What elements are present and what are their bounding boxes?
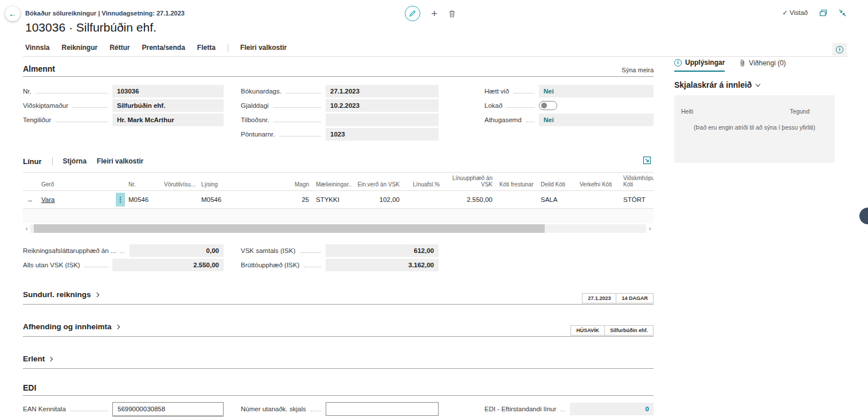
context-info-button[interactable]: i [832, 43, 847, 56]
col-linuupphaed[interactable]: Línuupphæð án VSK [443, 173, 496, 191]
menu-rettur[interactable]: Réttur [110, 44, 130, 52]
cell-einverd[interactable]: 102,00 [351, 191, 403, 209]
field-alls-utan-vsk: Alls utan VSK (ISK) 2.550,00 [23, 258, 224, 272]
table-row[interactable]: → Vara ⋮ M0546 M0546 25 STYKKI 102,00 2.… [23, 191, 654, 209]
col-verkefni-koti[interactable]: Verkefni Kóti [576, 173, 620, 191]
cell-linuupphaed[interactable]: 2.550,00 [443, 191, 496, 209]
gjalddagi-value[interactable]: 10.2.2023 [326, 99, 439, 112]
section-edi: EDI EAN Kennitala EDI - Innlestur Númer … [23, 383, 654, 417]
athugasemd-value[interactable]: Nei [539, 114, 654, 126]
tab-vidhengi[interactable]: Viðhengi (0) [740, 59, 786, 72]
col-vorutilvisun[interactable]: Vörutilvísu... [161, 173, 198, 191]
edit-button[interactable] [405, 6, 420, 21]
erlent-header[interactable]: Erlent [23, 354, 52, 363]
expand-grid-button[interactable] [643, 156, 651, 165]
collapse-view-button[interactable] [839, 9, 846, 17]
current-row-arrow-icon: → [23, 191, 38, 209]
menu-reikningur[interactable]: Reikningur [61, 44, 97, 52]
popout-window-button[interactable] [819, 9, 827, 17]
menu-more-options[interactable]: Fleiri valkostir [240, 44, 287, 52]
list-col-heiti: Heiti [681, 108, 693, 115]
status-badge[interactable]: HÚSAVÍK [570, 325, 605, 336]
trash-icon [448, 10, 456, 18]
lines-grid: Gerð Nr. Vörutilvísu... Lýsing Magn Mæli… [23, 172, 654, 209]
col-linuafsl[interactable]: Línuafsl.% [403, 173, 443, 191]
tengilidur-value[interactable]: Hr. Mark McArthur [112, 114, 224, 126]
breadcrumb: Bókaður sölureikningur | Vinnudagsetning… [25, 10, 185, 17]
col-lysing[interactable]: Lýsing [198, 173, 284, 191]
cell-verkefni-koti[interactable] [576, 191, 620, 209]
tilbodsnr-value[interactable] [326, 114, 439, 126]
cell-koti-frestunar[interactable] [496, 191, 537, 209]
save-status-area: ✓ Vistað [783, 9, 846, 17]
cell-linuafsl[interactable] [403, 191, 443, 209]
floating-help-button[interactable] [859, 208, 868, 224]
show-more-link[interactable]: Sýna meira [621, 67, 654, 73]
cell-maelieining[interactable]: STYKKI [312, 191, 351, 209]
tab-upplysingar[interactable]: i Upplýsingar [674, 59, 725, 72]
section-afhending-innheimta: Afhending og innheimta HÚSAVÍK Silfurbúð… [23, 321, 654, 337]
skjalaskrar-list: Heiti Tegund (Það eru engin atriði til a… [674, 95, 835, 163]
new-button[interactable]: + [431, 8, 437, 19]
scroll-left-arrow[interactable]: ‹ [23, 224, 30, 233]
chevron-down-icon [756, 81, 760, 86]
col-nr[interactable]: Nr. [125, 173, 161, 191]
cell-magn[interactable]: 25 [284, 191, 312, 209]
grid-header-row: Gerð Nr. Vörutilvísu... Lýsing Magn Mæli… [23, 173, 654, 191]
bruttoupphaed-value: 3.162,00 [326, 259, 439, 271]
skjalaskrar-heading[interactable]: Skjalaskrár á innleið [674, 80, 835, 89]
field-ean-kennitala: EAN Kennitala [23, 402, 224, 416]
scroll-right-arrow[interactable]: › [646, 224, 654, 233]
cell-nr[interactable]: M0546 [125, 191, 161, 209]
section-erlent: Erlent [23, 353, 654, 369]
delete-button[interactable] [448, 10, 456, 18]
row-menu-icon[interactable]: ⋮ [116, 193, 125, 206]
status-badge[interactable]: 14 DAGAR [616, 293, 654, 303]
save-status: ✓ Vistað [783, 9, 808, 17]
cell-deild-koti[interactable]: SALA [537, 191, 576, 209]
col-deild-koti[interactable]: Deild Kóti [537, 173, 576, 191]
lines-divider [52, 157, 53, 165]
lines-tab[interactable]: Línur [23, 157, 42, 166]
col-koti-frestunar[interactable]: Kóti frestunar [496, 173, 537, 191]
menu-vinnsla[interactable]: Vinnsla [25, 44, 49, 52]
edi-eftirstandandi-value[interactable]: 0 [570, 403, 654, 415]
field-gjalddagi: Gjalddagi 10.2.2023 [241, 99, 439, 112]
status-badge[interactable]: 27.1.2023 [582, 293, 616, 303]
col-gerd[interactable]: Gerð [38, 173, 112, 191]
cell-lysing[interactable]: M0546 [198, 191, 284, 209]
reikningsafslattur-value: 0,00 [130, 244, 224, 257]
haett-vid-value[interactable]: Nei [539, 85, 654, 98]
cell-vidskmhopur-koti[interactable]: STÓRT [620, 191, 654, 209]
main-content: Almennt Sýna meira Nr. 103036 Viðskiptam… [23, 64, 654, 417]
sundurl-reiknings-header[interactable]: Sundurl. reiknings [23, 290, 99, 299]
field-tengilidur: Tengiliður Hr. Mark McArthur [23, 113, 224, 127]
scrollbar-track[interactable] [30, 224, 646, 233]
numer-utanadk-input[interactable] [326, 402, 439, 416]
menu-prenta-senda[interactable]: Prenta/senda [142, 44, 185, 52]
page-actions: + [405, 6, 456, 21]
col-magn[interactable]: Magn [284, 173, 312, 191]
bokunardags-value[interactable]: 27.1.2023 [326, 85, 439, 98]
col-maelieining[interactable]: Mælieiningar... [312, 173, 351, 191]
lines-menu-stjorna[interactable]: Stjórna [63, 157, 87, 165]
factbox-tabs: i Upplýsingar Viðhengi (0) [674, 59, 835, 72]
empty-list-message: (Það eru engin atriði til að sýna í þess… [674, 124, 835, 131]
cell-vorutilvisun[interactable] [161, 191, 198, 209]
col-einverd[interactable]: Ein.verð án VSK [351, 173, 403, 191]
info-icon: i [836, 46, 843, 53]
col-vidskmhopur-koti[interactable]: Viðskmhópur Kóti [620, 173, 654, 191]
back-button[interactable]: ← [5, 6, 20, 21]
lines-menu-more[interactable]: Fleiri valkostir [97, 157, 143, 165]
ean-kennitala-input[interactable] [112, 402, 224, 416]
vidskiptamadur-value[interactable]: Silfurbúðin ehf. [112, 99, 224, 112]
scrollbar-thumb[interactable] [34, 224, 545, 233]
pontunarnr-value[interactable]: 1023 [326, 128, 439, 141]
nr-value[interactable]: 103036 [112, 85, 224, 98]
status-badge[interactable]: Silfurbúðin ehf. [604, 325, 654, 336]
alls-utan-vsk-value: 2.550,00 [112, 259, 224, 271]
field-reikningsafslattur: Reikningsafsláttarupphæð án ... 0,00 [23, 244, 224, 258]
afhending-innheimta-header[interactable]: Afhending og innheimta [23, 322, 119, 331]
menu-fletta[interactable]: Fletta [197, 44, 216, 52]
lokad-toggle[interactable] [539, 101, 557, 110]
